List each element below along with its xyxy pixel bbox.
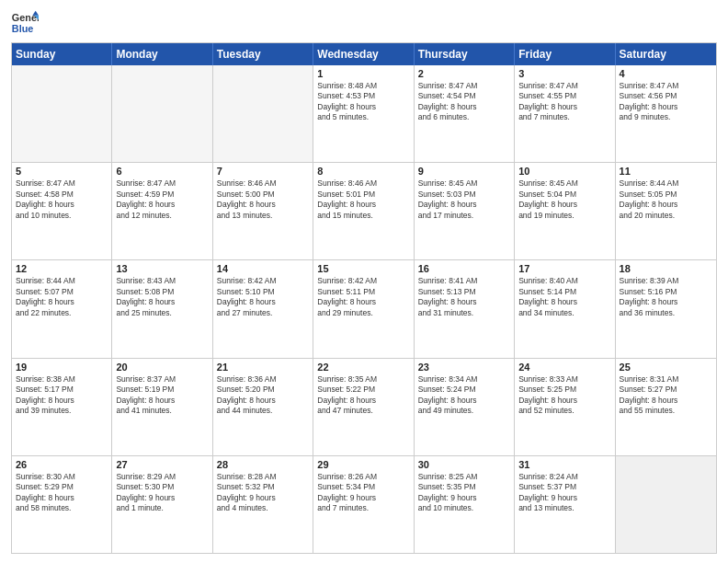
page: General Blue SundayMondayTuesdayWednesda… [0, 0, 728, 563]
day-number: 22 [317, 362, 409, 373]
cell-info-line: Sunrise: 8:47 AM [518, 81, 610, 91]
cell-info-line: and 17 minutes. [418, 211, 510, 221]
cell-info-line: and 1 minute. [116, 503, 208, 513]
cell-info-line: and 7 minutes. [518, 112, 610, 122]
calendar-cell: 10Sunrise: 8:45 AMSunset: 5:04 PMDayligh… [515, 163, 615, 259]
cell-info-line: and 10 minutes. [418, 503, 510, 513]
cell-info-line: Sunset: 5:16 PM [620, 287, 712, 297]
cell-info-line: Sunset: 5:35 PM [418, 482, 510, 492]
cell-info-line: Sunrise: 8:29 AM [116, 472, 208, 482]
calendar-cell [112, 65, 212, 162]
calendar-cell: 21Sunrise: 8:36 AMSunset: 5:20 PMDayligh… [213, 359, 313, 455]
calendar-cell: 17Sunrise: 8:40 AMSunset: 5:14 PMDayligh… [515, 260, 615, 357]
cell-info-line: and 39 minutes. [16, 406, 108, 416]
cell-info-line: and 58 minutes. [16, 503, 108, 513]
weekday-header-saturday: Saturday [616, 43, 716, 65]
cell-info-line: Sunrise: 8:42 AM [217, 276, 309, 286]
day-number: 19 [16, 362, 108, 373]
cell-info-line: Daylight: 9 hours [317, 493, 409, 503]
day-number: 13 [116, 263, 208, 274]
cell-info-line: and 13 minutes. [518, 503, 610, 513]
calendar-row-4: 26Sunrise: 8:30 AMSunset: 5:29 PMDayligh… [12, 456, 716, 553]
cell-info-line: and 41 minutes. [116, 406, 208, 416]
cell-info-line: Daylight: 8 hours [16, 396, 108, 406]
cell-info-line: Daylight: 8 hours [518, 297, 610, 307]
cell-info-line: Sunrise: 8:44 AM [16, 276, 108, 286]
day-number: 1 [317, 68, 409, 79]
cell-info-line: Daylight: 8 hours [317, 396, 409, 406]
logo-icon: General Blue [11, 9, 39, 37]
calendar-header: SundayMondayTuesdayWednesdayThursdayFrid… [12, 43, 716, 65]
cell-info-line: Daylight: 9 hours [116, 493, 208, 503]
cell-info-line: and 12 minutes. [116, 211, 208, 221]
cell-info-line: and 31 minutes. [418, 308, 510, 318]
calendar-cell [616, 456, 716, 553]
cell-info-line: and 5 minutes. [317, 112, 409, 122]
cell-info-line: and 22 minutes. [16, 308, 108, 318]
cell-info-line: Sunrise: 8:48 AM [317, 81, 409, 91]
cell-info-line: Sunset: 5:30 PM [116, 482, 208, 492]
cell-info-line: Sunrise: 8:40 AM [518, 276, 610, 286]
cell-info-line: Daylight: 8 hours [317, 102, 409, 112]
cell-info-line: and 27 minutes. [217, 308, 309, 318]
cell-info-line: Sunrise: 8:30 AM [16, 472, 108, 482]
day-number: 16 [418, 263, 510, 274]
calendar-cell: 30Sunrise: 8:25 AMSunset: 5:35 PMDayligh… [415, 456, 515, 553]
cell-info-line: Daylight: 9 hours [217, 493, 309, 503]
cell-info-line: Daylight: 8 hours [116, 200, 208, 210]
cell-info-line: Daylight: 8 hours [418, 297, 510, 307]
cell-info-line: Sunset: 4:55 PM [518, 91, 610, 101]
cell-info-line: Sunset: 5:10 PM [217, 287, 309, 297]
day-number: 12 [16, 263, 108, 274]
calendar-cell: 13Sunrise: 8:43 AMSunset: 5:08 PMDayligh… [112, 260, 212, 357]
day-number: 2 [418, 68, 510, 79]
calendar-cell: 16Sunrise: 8:41 AMSunset: 5:13 PMDayligh… [415, 260, 515, 357]
cell-info-line: Sunrise: 8:41 AM [418, 276, 510, 286]
cell-info-line: and 19 minutes. [518, 211, 610, 221]
cell-info-line: Daylight: 8 hours [16, 493, 108, 503]
calendar-row-0: 1Sunrise: 8:48 AMSunset: 4:53 PMDaylight… [12, 65, 716, 163]
cell-info-line: and 4 minutes. [217, 503, 309, 513]
cell-info-line: Sunrise: 8:46 AM [217, 178, 309, 189]
day-number: 30 [418, 459, 510, 470]
day-number: 21 [217, 362, 309, 373]
cell-info-line: Sunset: 5:07 PM [16, 287, 108, 297]
day-number: 27 [116, 459, 208, 470]
day-number: 14 [217, 263, 309, 274]
cell-info-line: and 15 minutes. [317, 211, 409, 221]
cell-info-line: and 7 minutes. [317, 503, 409, 513]
cell-info-line: Daylight: 9 hours [418, 493, 510, 503]
cell-info-line: Sunrise: 8:25 AM [418, 472, 510, 482]
calendar-cell: 9Sunrise: 8:45 AMSunset: 5:03 PMDaylight… [415, 163, 515, 259]
calendar-cell: 14Sunrise: 8:42 AMSunset: 5:10 PMDayligh… [213, 260, 313, 357]
cell-info-line: and 47 minutes. [317, 406, 409, 416]
cell-info-line: and 13 minutes. [217, 211, 309, 221]
calendar-cell: 24Sunrise: 8:33 AMSunset: 5:25 PMDayligh… [515, 359, 615, 455]
cell-info-line: Daylight: 8 hours [418, 102, 510, 112]
cell-info-line: Sunrise: 8:36 AM [217, 374, 309, 385]
cell-info-line: Sunrise: 8:28 AM [217, 472, 309, 482]
weekday-header-monday: Monday [112, 43, 212, 65]
cell-info-line: Daylight: 8 hours [620, 297, 712, 307]
cell-info-line: Sunrise: 8:26 AM [317, 472, 409, 482]
calendar-row-2: 12Sunrise: 8:44 AMSunset: 5:07 PMDayligh… [12, 260, 716, 358]
cell-info-line: Sunrise: 8:35 AM [317, 374, 409, 385]
cell-info-line: and 25 minutes. [116, 308, 208, 318]
calendar-cell: 5Sunrise: 8:47 AMSunset: 4:58 PMDaylight… [12, 163, 112, 259]
day-number: 9 [418, 166, 510, 177]
day-number: 3 [518, 68, 610, 79]
cell-info-line: Daylight: 8 hours [317, 200, 409, 210]
day-number: 23 [418, 362, 510, 373]
cell-info-line: Daylight: 8 hours [217, 297, 309, 307]
calendar-cell: 20Sunrise: 8:37 AMSunset: 5:19 PMDayligh… [112, 359, 212, 455]
calendar-cell: 25Sunrise: 8:31 AMSunset: 5:27 PMDayligh… [616, 359, 716, 455]
cell-info-line: Sunrise: 8:45 AM [418, 178, 510, 189]
cell-info-line: and 9 minutes. [620, 112, 712, 122]
calendar-cell: 28Sunrise: 8:28 AMSunset: 5:32 PMDayligh… [213, 456, 313, 553]
cell-info-line: Sunset: 5:14 PM [518, 287, 610, 297]
cell-info-line: Daylight: 8 hours [16, 200, 108, 210]
cell-info-line: Sunrise: 8:46 AM [317, 178, 409, 189]
calendar-cell: 4Sunrise: 8:47 AMSunset: 4:56 PMDaylight… [616, 65, 716, 162]
calendar-cell: 15Sunrise: 8:42 AMSunset: 5:11 PMDayligh… [313, 260, 414, 357]
cell-info-line: Sunrise: 8:38 AM [16, 374, 108, 385]
